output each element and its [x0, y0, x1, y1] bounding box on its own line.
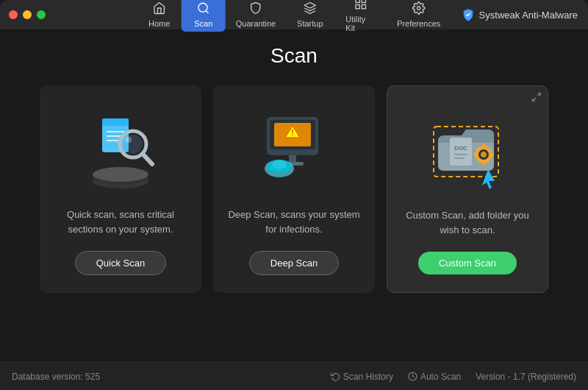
svg-rect-11 [102, 118, 129, 126]
custom-scan-description: Custom Scan, add folder you wish to scan… [402, 208, 533, 237]
nav-label-scan: Scan [194, 19, 212, 28]
nav-label-startup: Startup [297, 19, 323, 28]
startup-icon [304, 1, 317, 17]
svg-point-9 [93, 167, 148, 182]
svg-rect-38 [482, 144, 485, 148]
deep-scan-card: ! Deep Scan, scans your system for infec… [213, 85, 375, 293]
svg-rect-2 [355, 0, 359, 3]
brand: Systweak Anti-Malware [462, 8, 578, 21]
svg-rect-4 [362, 5, 365, 9]
history-icon [331, 372, 340, 381]
svg-point-0 [198, 3, 207, 12]
nav-item-utility-kit[interactable]: Utility Kit [334, 0, 387, 36]
deep-scan-illustration: ! [254, 104, 334, 192]
auto-scan-link[interactable]: Auto Scan [408, 372, 461, 382]
titlebar: Home Scan Quarantine [0, 0, 588, 29]
svg-rect-24 [289, 155, 296, 163]
svg-point-37 [481, 152, 487, 157]
deep-scan-button[interactable]: Deep Scan [249, 251, 339, 275]
svg-line-29 [537, 93, 540, 96]
db-version: Database version: 525 [12, 372, 100, 382]
page-title: Scan [22, 44, 566, 68]
nav-label-preferences: Preferences [397, 19, 440, 28]
quick-scan-icon-area [80, 100, 161, 196]
nav-item-quarantine[interactable]: Quarantine [226, 0, 287, 32]
auto-scan-label: Auto Scan [420, 372, 461, 382]
custom-scan-illustration: DOC [423, 104, 512, 193]
scan-history-link[interactable]: Scan History [331, 372, 393, 382]
main-content: Scan [0, 29, 588, 293]
custom-scan-card: DOC Custom Sc [387, 85, 548, 293]
nav-item-startup[interactable]: Startup [286, 0, 334, 32]
nav-item-preferences[interactable]: Preferences [387, 0, 451, 32]
maximize-button[interactable] [37, 10, 46, 19]
quick-scan-button[interactable]: Quick Scan [75, 251, 166, 275]
deep-scan-description: Deep Scan, scans your system for infecti… [228, 208, 360, 236]
nav-label-quarantine: Quarantine [236, 19, 276, 28]
nav-label-utility-kit: Utility Kit [345, 15, 375, 32]
svg-point-6 [417, 7, 420, 10]
svg-text:!: ! [291, 128, 294, 137]
svg-rect-40 [473, 153, 477, 156]
nav-item-scan[interactable]: Scan [182, 0, 226, 32]
scan-cards: Quick scan, scans critical sections on y… [22, 85, 566, 293]
close-button[interactable] [9, 10, 18, 19]
deep-scan-icon-area: ! [254, 100, 334, 196]
custom-scan-button[interactable]: Custom Scan [418, 252, 517, 274]
scan-icon [197, 1, 210, 17]
corner-expand-icon [531, 92, 542, 104]
preferences-icon [412, 1, 426, 17]
minimize-button[interactable] [23, 10, 32, 19]
svg-line-30 [533, 98, 536, 101]
svg-line-1 [206, 10, 208, 13]
svg-text:DOC: DOC [454, 145, 467, 152]
svg-rect-5 [355, 5, 359, 9]
svg-rect-41 [490, 153, 494, 156]
traffic-lights [9, 10, 46, 19]
nav-item-home[interactable]: Home [137, 0, 182, 32]
main-nav: Home Scan Quarantine [137, 0, 451, 36]
scan-history-label: Scan History [343, 372, 393, 382]
brand-name: Systweak Anti-Malware [479, 10, 578, 21]
svg-marker-43 [482, 169, 495, 189]
home-icon [153, 1, 166, 17]
svg-point-28 [272, 160, 287, 169]
custom-scan-icon-area: DOC [423, 101, 512, 196]
utility-kit-icon [354, 0, 367, 13]
quick-scan-card: Quick scan, scans critical sections on y… [40, 85, 201, 293]
app-version: Version - 1.7 (Registered) [476, 372, 576, 382]
nav-label-home: Home [148, 19, 170, 28]
brand-shield-icon [462, 8, 475, 21]
quick-scan-illustration [80, 104, 161, 192]
quick-scan-description: Quick scan, scans critical sections on y… [54, 208, 187, 236]
bottom-right-actions: Scan History Auto Scan Version - 1.7 (Re… [331, 372, 576, 382]
svg-point-16 [123, 135, 143, 154]
svg-rect-3 [362, 0, 365, 3]
auto-scan-icon [408, 372, 417, 381]
svg-point-18 [126, 137, 132, 143]
svg-line-17 [143, 154, 152, 164]
svg-rect-31 [450, 138, 472, 166]
quarantine-icon [249, 1, 262, 17]
svg-rect-39 [482, 161, 485, 165]
bottom-bar: Database version: 525 Scan History Auto … [0, 362, 588, 390]
